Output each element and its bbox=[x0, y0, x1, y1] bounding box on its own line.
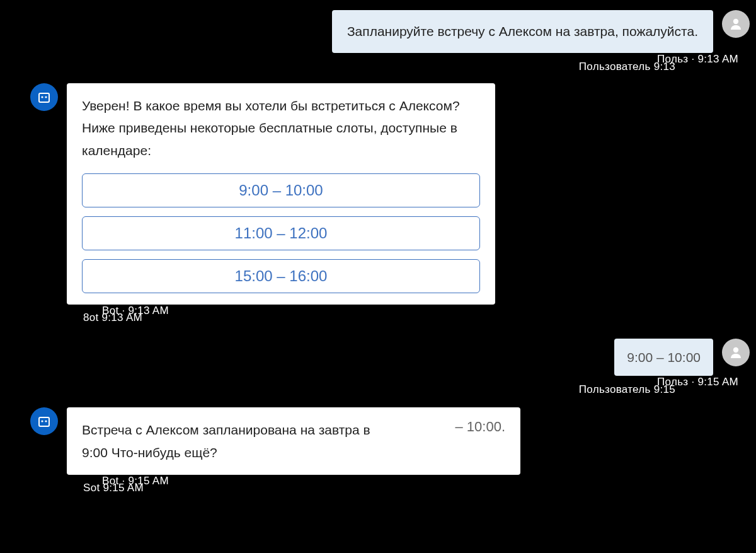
bot-avatar bbox=[30, 407, 58, 435]
message-row: Встреча с Алексом запланирована на завтр… bbox=[0, 407, 756, 475]
svg-point-7 bbox=[45, 420, 47, 422]
svg-point-6 bbox=[41, 420, 43, 422]
user-message-bubble: 9:00 – 10:00 bbox=[614, 339, 713, 376]
message-meta-back-2: Пользователь 9:15 bbox=[579, 383, 675, 396]
svg-point-4 bbox=[733, 347, 738, 352]
user-message-text: Запланируйте встречу с Алексом на завтра… bbox=[347, 21, 698, 42]
time-slot-option[interactable]: 11:00 – 12:00 bbox=[82, 216, 480, 250]
svg-rect-1 bbox=[39, 93, 49, 102]
bot-message-text: Уверен! В какое время вы хотели бы встре… bbox=[82, 95, 480, 162]
bot-icon bbox=[37, 414, 52, 429]
time-slot-option[interactable]: 9:00 – 10:00 bbox=[82, 173, 480, 207]
message-meta-back-2: 8ot 9:13 AM bbox=[83, 311, 142, 324]
message-meta: Bot · 9:13 AM 8ot 9:13 AM bbox=[0, 305, 81, 322]
user-avatar bbox=[722, 10, 750, 38]
user-message-text: 9:00 – 10:00 bbox=[627, 347, 701, 368]
message-row: Уверен! В какое время вы хотели бы встре… bbox=[0, 83, 756, 305]
user-message-bubble: Запланируйте встречу с Алексом на завтра… bbox=[332, 10, 713, 53]
user-avatar bbox=[722, 339, 750, 366]
message-group-bot-1: Уверен! В какое время вы хотели бы встре… bbox=[0, 83, 756, 322]
bot-avatar bbox=[30, 83, 58, 111]
person-icon bbox=[728, 16, 743, 32]
chat-transcript: Запланируйте встречу с Алексом на завтра… bbox=[0, 0, 756, 553]
svg-point-2 bbox=[41, 96, 43, 98]
bot-icon bbox=[37, 90, 52, 105]
person-icon bbox=[728, 345, 743, 360]
time-slot-option[interactable]: 15:00 – 16:00 bbox=[82, 259, 480, 293]
message-row: 9:00 – 10:00 bbox=[0, 339, 756, 376]
bot-message-bubble: Уверен! В какое время вы хотели бы встре… bbox=[67, 83, 495, 305]
svg-point-0 bbox=[733, 19, 738, 24]
message-meta: Bot · 9:15 AM Sot 9:15 AM bbox=[0, 475, 81, 492]
message-meta-back-2: Пользователь 9:13 bbox=[579, 61, 675, 73]
bot-message-time-tail: – 10:00. bbox=[450, 419, 505, 435]
message-group-user-2: 9:00 – 10:00 Польз · 9:15 AM Пользовател… bbox=[0, 339, 756, 394]
message-group-bot-2: Встреча с Алексом запланирована на завтр… bbox=[0, 407, 756, 492]
message-row: Запланируйте встречу с Алексом на завтра… bbox=[0, 10, 756, 53]
message-meta: Польз · 9:13 AM Пользователь 9:13 Пользо… bbox=[713, 53, 756, 71]
bot-message-text: Встреча с Алексом запланирована на завтр… bbox=[82, 419, 397, 463]
svg-rect-5 bbox=[39, 417, 49, 426]
bot-message-bubble: Встреча с Алексом запланирована на завтр… bbox=[67, 407, 520, 475]
confirmation-row: Встреча с Алексом запланирована на завтр… bbox=[82, 419, 505, 463]
svg-point-3 bbox=[45, 96, 47, 98]
message-meta-back-2: Sot 9:15 AM bbox=[83, 482, 144, 494]
message-group-user-1: Запланируйте встречу с Алексом на завтра… bbox=[0, 10, 756, 71]
time-slot-list: 9:00 – 10:00 11:00 – 12:00 15:00 – 16:00 bbox=[82, 173, 480, 293]
message-meta: Польз · 9:15 AM Пользователь 9:15 bbox=[713, 376, 756, 393]
